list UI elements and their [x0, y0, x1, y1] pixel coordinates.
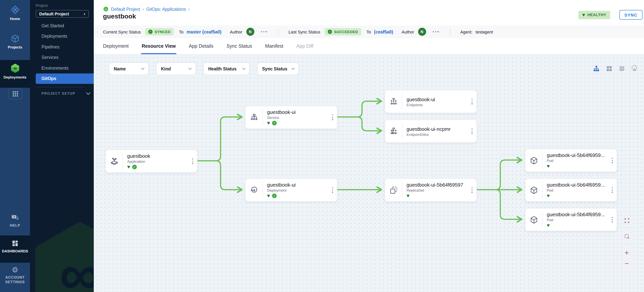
node-menu-button[interactable] [471, 128, 474, 135]
synced-badge-label: SYNCED [155, 30, 170, 34]
synced-check-icon: ✓ [272, 121, 276, 125]
menu-item-environments[interactable]: Environments [30, 63, 94, 73]
node-deployment-guestbook-ui[interactable]: guestbook-ui Deployment ♥ ✓ [245, 178, 337, 202]
synced-check-icon: ✓ [132, 165, 136, 169]
resource-tree-canvas[interactable]: Name Kind Health Status Sync Status [94, 55, 644, 292]
rail-item-dashboards[interactable]: DASHBOARDS [0, 240, 30, 253]
tab-app-details[interactable]: App Details [189, 38, 214, 54]
last-sync-target-link[interactable]: (ceaf5a0) [374, 30, 393, 34]
node-kind: Pod [547, 158, 617, 163]
rail-item-projects[interactable]: Projects [0, 34, 30, 49]
harness-logo-icon [10, 5, 20, 15]
menu-item-get-started[interactable]: Get Started [30, 20, 94, 31]
tree-view-button[interactable] [592, 64, 601, 73]
to-label: To [366, 30, 371, 34]
node-status-row: ♥ ✓ [406, 193, 476, 198]
zoom-out-button[interactable] [622, 259, 631, 268]
projects-box-icon [10, 34, 20, 44]
node-menu-button[interactable] [331, 186, 334, 193]
module-picker-button[interactable] [8, 89, 22, 99]
healthy-heart-icon: ♥ [406, 193, 410, 198]
project-selector-value: Default Project [39, 12, 69, 16]
node-title: guestbook-ui [267, 109, 337, 115]
node-menu-button[interactable] [191, 158, 194, 165]
project-selector[interactable]: Default Project › [36, 10, 89, 18]
menu-item-services[interactable]: Services [30, 52, 94, 63]
menu-item-gitops[interactable]: GitOps [36, 73, 94, 84]
agent-value: testagent [476, 30, 493, 34]
node-kind: Pod [547, 217, 617, 222]
node-endpointslice-guestbook-ui-ncpmr[interactable]: guestbook-ui-ncpmr EndpointSlice ♥ ✓ [385, 120, 477, 143]
zoom-in-button[interactable] [622, 248, 631, 257]
svg-text:∞: ∞ [13, 66, 17, 71]
grid-view-button[interactable] [604, 64, 614, 73]
view-toggles [592, 64, 639, 73]
marquee-select-button[interactable] [622, 231, 632, 241]
node-title: guestbook [127, 153, 197, 159]
node-menu-button[interactable] [611, 216, 614, 223]
list-view-button[interactable] [617, 64, 626, 73]
node-menu-button[interactable] [611, 186, 614, 193]
current-sync-target-link[interactable]: master (ceaf5a0) [186, 30, 222, 34]
node-endpoints-guestbook-ui[interactable]: guestbook-ui Endpoints ♥ ✓ [385, 90, 477, 113]
fit-to-screen-icon [624, 217, 630, 223]
node-replicaset-guestbook-ui-5b64f69597[interactable]: guestbook-ui-5b64f69597 ReplicaSet ♥ ✓ [385, 178, 477, 202]
node-kind: Application [127, 159, 197, 163]
rail-item-deployments[interactable]: ∞ Deployments [0, 63, 30, 79]
node-title: guestbook-ui-5b64f69597 [406, 182, 476, 188]
node-pod-1[interactable]: guestbook-ui-5b64f6959... Pod ♥ ✓ [525, 149, 617, 172]
filter-sync-status-dropdown[interactable]: Sync Status [257, 62, 299, 75]
healthy-heart-icon: ♥ [547, 223, 550, 228]
module-rail: Home Projects ∞ Deployments [0, 0, 30, 292]
rail-item-help[interactable]: ? HELP [0, 214, 30, 227]
gitops-breadcrumb-icon: ∞ [103, 6, 109, 12]
node-status-row: ♥ ✓ [547, 193, 617, 198]
fit-to-screen-button[interactable] [622, 215, 632, 225]
main-content: ∞ Default Project › GitOps: Applications… [94, 0, 644, 292]
sync-button[interactable]: SYNC [620, 10, 642, 20]
node-pod-2[interactable]: guestbook-ui-5b64f6959... Pod ♥ ✓ [525, 178, 617, 202]
rail-item-home[interactable]: Home [0, 5, 30, 21]
node-application-guestbook[interactable]: guestbook Application ♥ ✓ [105, 150, 198, 173]
project-label: Project [36, 4, 48, 8]
filter-health-status-dropdown[interactable]: Health Status [203, 62, 250, 75]
status-divider [278, 28, 278, 35]
node-menu-button[interactable] [471, 186, 474, 193]
tab-resource-view[interactable]: Resource View [142, 38, 176, 54]
author-label: Author [402, 30, 414, 34]
project-setup-toggle[interactable]: PROJECT SETUP [42, 92, 90, 95]
filter-kind-dropdown[interactable]: Kind [156, 62, 196, 75]
svg-text:∞: ∞ [59, 242, 94, 292]
filter-name-dropdown[interactable]: Name [109, 62, 149, 75]
rail-account-label-1: ACCOUNT [6, 275, 25, 279]
network-view-button[interactable] [630, 64, 639, 73]
page-title: guestbook [103, 13, 136, 20]
breadcrumb-separator: › [142, 6, 144, 12]
node-service-guestbook-ui[interactable]: guestbook-ui Service ♥ ✓ [245, 106, 337, 129]
last-sync-more-button[interactable] [431, 30, 440, 34]
synced-badge: ✓ SYNCED [146, 28, 174, 35]
project-menu: Get Started Deployments Pipelines Servic… [30, 20, 94, 84]
current-sync-more-button[interactable] [260, 30, 268, 34]
tab-deployment[interactable]: Deployment [103, 38, 128, 54]
tab-manifest[interactable]: Manifest [265, 38, 284, 54]
node-menu-button[interactable] [331, 114, 334, 121]
chevron-down-icon [141, 68, 144, 70]
menu-item-pipelines[interactable]: Pipelines [30, 42, 94, 52]
tree-view-icon [593, 65, 600, 72]
node-menu-button[interactable] [611, 157, 614, 164]
rail-item-account-settings[interactable]: ⚙ ACCOUNT SETTINGS [0, 266, 30, 284]
node-title: guestbook-ui-5b64f6959... [547, 211, 617, 217]
node-pod-3[interactable]: guestbook-ui-5b64f6959... Pod ♥ ✓ [525, 208, 617, 231]
menu-item-deployments[interactable]: Deployments [30, 31, 94, 42]
node-menu-button[interactable] [471, 98, 474, 105]
filter-kind-label: Kind [161, 66, 171, 71]
breadcrumb-default-project[interactable]: Default Project [111, 7, 140, 11]
breadcrumb-gitops-applications[interactable]: GitOps: Applications [146, 7, 186, 11]
node-title: guestbook-ui-ncpmr [406, 126, 476, 132]
tab-app-diff[interactable]: App Diff [296, 38, 314, 54]
status-divider [450, 28, 450, 35]
node-status-row: ♥ ✓ [127, 164, 197, 169]
resource-edges [94, 55, 644, 292]
tab-sync-status[interactable]: Sync Status [226, 38, 252, 54]
